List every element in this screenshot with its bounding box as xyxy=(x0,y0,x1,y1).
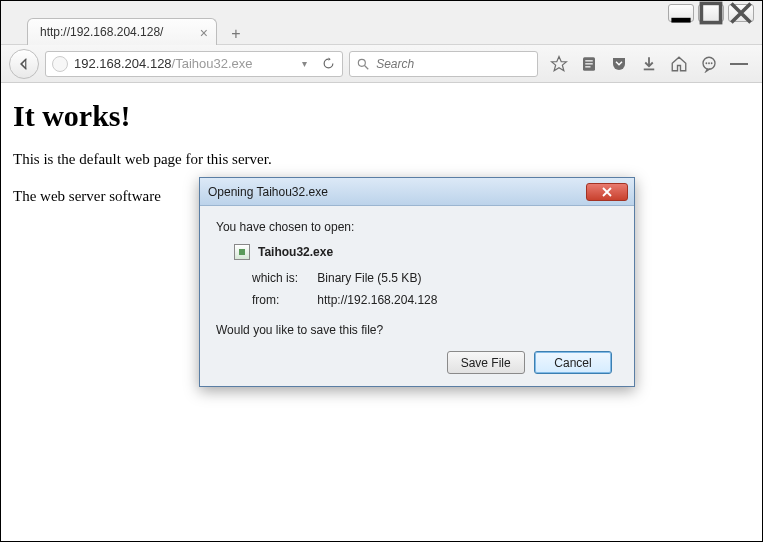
which-is-label: which is: xyxy=(252,268,314,290)
dialog-title: Opening Taihou32.exe xyxy=(206,185,586,199)
save-file-button[interactable]: Save File xyxy=(447,351,525,374)
close-window-button[interactable] xyxy=(728,4,754,22)
minimize-button[interactable] xyxy=(668,4,694,22)
file-icon xyxy=(234,244,250,260)
svg-point-10 xyxy=(705,62,707,64)
back-button[interactable] xyxy=(9,49,39,79)
dialog-meta: which is: Binary File (5.5 KB) from: htt… xyxy=(252,268,618,311)
reader-view-icon[interactable] xyxy=(580,55,598,73)
svg-rect-5 xyxy=(585,60,593,61)
chat-icon[interactable] xyxy=(700,55,718,73)
svg-point-2 xyxy=(358,59,365,66)
tab-close-icon[interactable]: × xyxy=(200,25,208,41)
site-identity-icon[interactable] xyxy=(52,56,68,72)
from-value: http://192.168.204.128 xyxy=(317,293,437,307)
cancel-button[interactable]: Cancel xyxy=(534,351,612,374)
url-text: 192.168.204.128/Taihou32.exe xyxy=(74,56,296,71)
dialog-titlebar[interactable]: Opening Taihou32.exe xyxy=(200,178,634,206)
dialog-filename: Taihou32.exe xyxy=(258,245,333,259)
tab-title: http://192.168.204.128/ xyxy=(40,25,163,39)
page-heading: It works! xyxy=(13,99,750,133)
address-bar[interactable]: 192.168.204.128/Taihou32.exe ▾ xyxy=(45,51,343,77)
download-dialog: Opening Taihou32.exe You have chosen to … xyxy=(199,177,635,387)
from-label: from: xyxy=(252,290,314,312)
dialog-close-button[interactable] xyxy=(586,183,628,201)
search-icon xyxy=(356,57,370,71)
page-paragraph-1: This is the default web page for this se… xyxy=(13,151,750,168)
svg-line-3 xyxy=(365,65,369,69)
svg-rect-0 xyxy=(671,18,690,23)
pocket-icon[interactable] xyxy=(610,55,628,73)
window-controls xyxy=(668,4,754,22)
reload-button[interactable] xyxy=(320,56,336,72)
svg-point-12 xyxy=(711,62,713,64)
home-icon[interactable] xyxy=(670,55,688,73)
tab-bar: http://192.168.204.128/ × + xyxy=(27,13,247,45)
new-tab-button[interactable]: + xyxy=(225,23,247,45)
svg-rect-7 xyxy=(585,66,590,67)
svg-rect-8 xyxy=(644,68,655,70)
dialog-question: Would you like to save this file? xyxy=(216,323,618,337)
dialog-buttons: Save File Cancel xyxy=(216,351,618,376)
which-is-value: Binary File (5.5 KB) xyxy=(317,271,421,285)
svg-point-11 xyxy=(708,62,710,64)
dialog-body: You have chosen to open: Taihou32.exe wh… xyxy=(200,206,634,386)
window-chrome: http://192.168.204.128/ × + xyxy=(1,1,762,45)
url-dropdown-icon[interactable]: ▾ xyxy=(302,58,314,69)
maximize-button[interactable] xyxy=(698,4,724,22)
menu-icon[interactable] xyxy=(730,55,748,73)
search-bar[interactable] xyxy=(349,51,538,77)
browser-tab[interactable]: http://192.168.204.128/ × xyxy=(27,18,217,45)
bookmark-star-icon[interactable] xyxy=(550,55,568,73)
dialog-intro: You have chosen to open: xyxy=(216,220,618,234)
browser-toolbar: 192.168.204.128/Taihou32.exe ▾ xyxy=(1,45,762,83)
search-input[interactable] xyxy=(376,57,531,71)
svg-rect-1 xyxy=(701,3,720,22)
svg-rect-6 xyxy=(585,63,593,64)
toolbar-icons xyxy=(544,55,754,73)
downloads-icon[interactable] xyxy=(640,55,658,73)
dialog-file-row: Taihou32.exe xyxy=(234,244,618,260)
